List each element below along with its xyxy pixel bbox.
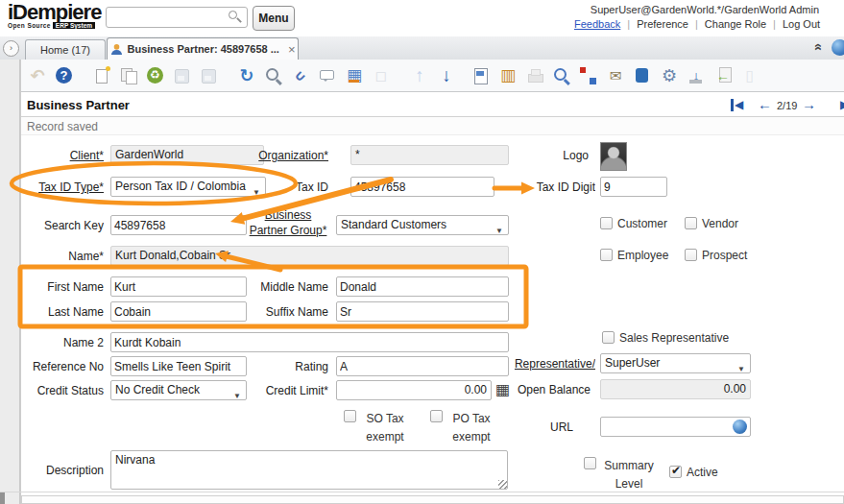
credit-status-label: Credit Status: [17, 384, 104, 397]
so-tax-exempt-label: SO Tax exempt: [361, 410, 409, 446]
credit-limit-field[interactable]: 0.00: [336, 380, 492, 400]
representative-value: SuperUser: [605, 356, 660, 370]
description-label: Description: [17, 464, 104, 477]
organization-label: Organization*: [225, 149, 328, 162]
header-bar: iDempiere Open Source ERP System Menu Su…: [0, 0, 844, 36]
bottom-divider: [0, 492, 844, 492]
name-label: Name*: [17, 250, 104, 263]
tab-home[interactable]: Home (17): [25, 39, 106, 60]
feedback-link[interactable]: Feedback: [574, 18, 620, 30]
active-label: Active: [687, 466, 718, 479]
chat-icon[interactable]: [317, 65, 338, 86]
tab-business-partner[interactable]: Business Partner: 45897658 ... ×: [107, 37, 299, 60]
so-tax-exempt-row: SO Tax exempt: [344, 410, 409, 446]
menu-button[interactable]: Menu: [253, 6, 295, 31]
last-name-label: Last Name: [17, 305, 104, 319]
suffix-name-input[interactable]: [336, 301, 509, 322]
vendor-checkbox[interactable]: [685, 217, 697, 229]
window-title-row: Business Partner ◀ ← 2/19 → ▶: [21, 93, 844, 116]
tax-id-type-label: Tax ID Type*: [17, 180, 104, 194]
url-globe-icon[interactable]: [733, 420, 747, 434]
export-icon[interactable]: ↓: [686, 65, 707, 86]
globe-icon: [832, 39, 844, 56]
reference-no-label: Reference No: [17, 360, 104, 373]
change-role-link[interactable]: Change Role: [705, 18, 766, 30]
customer-checkbox[interactable]: [600, 217, 613, 229]
bp-group-value: Standard Customers: [341, 218, 446, 231]
detail-panel-icon: ◻: [371, 65, 392, 86]
link-separator: |: [773, 18, 776, 30]
active-row: Active: [669, 466, 718, 479]
customer-checkbox-row: Customer: [600, 217, 667, 230]
tax-id-digit-input[interactable]: [600, 177, 667, 197]
bp-group-combo[interactable]: Standard Customers: [336, 215, 509, 235]
last-record-button[interactable]: ▶: [840, 99, 844, 111]
grid-toggle-icon[interactable]: ▦: [344, 65, 365, 86]
requests-icon[interactable]: ✉: [605, 65, 626, 86]
rating-label: Rating: [225, 360, 328, 373]
so-tax-exempt-checkbox[interactable]: [344, 410, 356, 422]
tax-id-label: Tax ID: [225, 180, 328, 194]
tax-id-digit-label: Tax ID Digit: [480, 180, 595, 194]
first-record-button[interactable]: ◀: [731, 99, 743, 111]
undo-changes-icon: ↶: [27, 65, 48, 86]
previous-record-button[interactable]: ←: [758, 96, 772, 112]
workflow-icon[interactable]: [578, 65, 599, 86]
po-tax-exempt-checkbox[interactable]: [430, 410, 443, 422]
name2-input[interactable]: [110, 332, 509, 352]
search-key-input[interactable]: [110, 215, 247, 235]
employee-checkbox-row: Employee: [600, 249, 668, 262]
url-input[interactable]: [600, 417, 751, 437]
sales-rep-checkbox-row: Sales Representative: [602, 331, 729, 345]
idempiere-logo: iDempiere Open Source ERP System: [8, 2, 113, 29]
save-record-icon: [171, 65, 192, 86]
copy-record-icon[interactable]: [118, 65, 139, 86]
logged-in-user: SuperUser@GardenWorld.*/GardenWorld Admi…: [591, 4, 819, 15]
textarea-resize-handle[interactable]: [498, 480, 507, 489]
global-search-input[interactable]: [106, 7, 248, 28]
search-icon: [229, 11, 237, 19]
first-name-label: First Name: [17, 280, 104, 294]
open-balance-label: Open Balance: [480, 383, 591, 396]
help-icon[interactable]: ?: [56, 67, 72, 84]
suffix-name-label: Suffix Name: [225, 305, 328, 319]
summary-level-checkbox[interactable]: [584, 457, 596, 469]
delete-record-icon[interactable]: ♻: [147, 67, 163, 84]
new-record-icon[interactable]: [91, 65, 112, 86]
link-separator: |: [627, 18, 630, 30]
person-icon: [110, 43, 123, 56]
prospect-checkbox[interactable]: [685, 249, 697, 261]
employee-checkbox[interactable]: [600, 249, 613, 261]
middle-name-label: Middle Name: [225, 280, 328, 294]
refresh-icon[interactable]: ↻: [236, 65, 257, 86]
description-textarea[interactable]: Nirvana: [110, 450, 508, 490]
zoom-across-icon[interactable]: [551, 65, 572, 86]
process-icon[interactable]: ⚙: [659, 65, 680, 86]
archive-icon[interactable]: ▥: [497, 65, 518, 86]
preference-link[interactable]: Preference: [637, 18, 688, 30]
expand-sidebar-button[interactable]: [3, 40, 19, 57]
splitter-knob[interactable]: [0, 492, 5, 504]
report-icon[interactable]: [470, 65, 492, 86]
summary-level-row: Summary Level: [584, 457, 657, 493]
active-checkbox[interactable]: [669, 466, 682, 478]
customer-label: Customer: [617, 217, 667, 230]
vendor-checkbox-row: Vendor: [685, 217, 738, 230]
private-lock-icon[interactable]: [632, 65, 653, 86]
tax-id-input[interactable]: [350, 177, 494, 197]
sales-representative-checkbox[interactable]: [602, 331, 615, 344]
middle-name-input[interactable]: [336, 276, 509, 297]
logo-image[interactable]: [600, 142, 627, 171]
representative-combo[interactable]: SuperUser: [600, 353, 751, 373]
attachment-icon[interactable]: ∪: [285, 60, 315, 90]
bottom-status-panel: [21, 495, 844, 504]
logout-link[interactable]: Log Out: [783, 18, 820, 30]
close-tab-icon[interactable]: ×: [288, 42, 296, 57]
search-key-label: Search Key: [17, 219, 104, 232]
file-import-icon[interactable]: ←: [712, 65, 734, 86]
detail-record-icon[interactable]: ↓: [436, 65, 457, 86]
tab-bar: Home (17) Business Partner: 45897658 ...…: [0, 36, 844, 60]
collapse-header-icon[interactable]: «: [811, 43, 827, 51]
find-record-icon[interactable]: [263, 65, 284, 86]
next-record-button[interactable]: →: [802, 96, 816, 112]
